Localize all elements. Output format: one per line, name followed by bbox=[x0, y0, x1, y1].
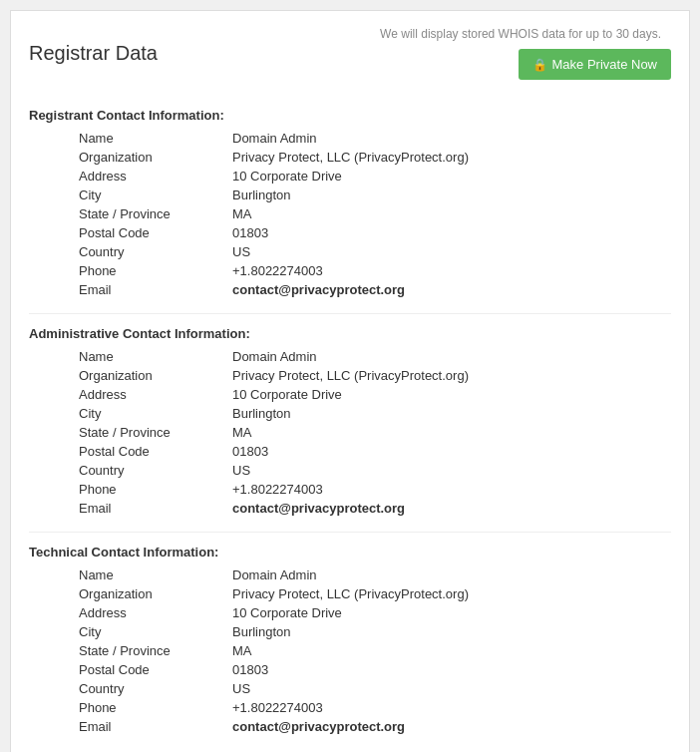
table-row: OrganizationPrivacy Protect, LLC (Privac… bbox=[29, 148, 671, 167]
header-right: We will display stored WHOIS data for up… bbox=[380, 27, 671, 80]
table-row: NameDomain Admin bbox=[29, 129, 671, 148]
field-value: Burlington bbox=[228, 404, 671, 423]
field-label: Name bbox=[29, 565, 228, 584]
field-value: 10 Corporate Drive bbox=[228, 167, 671, 186]
table-row: Emailcontact@privacyprotect.org bbox=[29, 499, 671, 518]
table-row: CountryUS bbox=[29, 242, 671, 261]
field-label: Phone bbox=[29, 698, 228, 717]
field-value: Domain Admin bbox=[228, 347, 671, 366]
field-label: Organization bbox=[29, 584, 228, 603]
table-row: Address10 Corporate Drive bbox=[29, 167, 671, 186]
table-row: State / ProvinceMA bbox=[29, 641, 671, 660]
header-subtitle: We will display stored WHOIS data for up… bbox=[380, 27, 661, 41]
field-label: Address bbox=[29, 167, 228, 186]
field-label: Name bbox=[29, 129, 228, 148]
table-row: Postal Code01803 bbox=[29, 442, 671, 461]
table-row: OrganizationPrivacy Protect, LLC (Privac… bbox=[29, 584, 671, 603]
field-label: Email bbox=[29, 717, 228, 736]
info-table-administrative: NameDomain AdminOrganizationPrivacy Prot… bbox=[29, 347, 671, 518]
make-private-label: Make Private Now bbox=[552, 57, 657, 72]
field-label: Address bbox=[29, 603, 228, 622]
field-value: contact@privacyprotect.org bbox=[228, 280, 671, 299]
section-registrant: Registrant Contact Information:NameDomai… bbox=[29, 102, 671, 299]
field-label: Phone bbox=[29, 480, 228, 499]
table-row: OrganizationPrivacy Protect, LLC (Privac… bbox=[29, 366, 671, 385]
table-row: Postal Code01803 bbox=[29, 223, 671, 242]
field-label: Phone bbox=[29, 261, 228, 280]
field-label: City bbox=[29, 404, 228, 423]
field-value: contact@privacyprotect.org bbox=[228, 717, 671, 736]
make-private-button[interactable]: 🔒 Make Private Now bbox=[519, 49, 671, 80]
field-label: Name bbox=[29, 347, 228, 366]
field-value: US bbox=[228, 461, 671, 480]
field-value: Privacy Protect, LLC (PrivacyProtect.org… bbox=[228, 148, 671, 167]
field-value: contact@privacyprotect.org bbox=[228, 499, 671, 518]
table-row: NameDomain Admin bbox=[29, 565, 671, 584]
field-value: MA bbox=[228, 423, 671, 442]
field-value: MA bbox=[228, 204, 671, 223]
page-header: Registrar Data We will display stored WH… bbox=[11, 11, 689, 92]
info-table-registrant: NameDomain AdminOrganizationPrivacy Prot… bbox=[29, 129, 671, 299]
table-row: Address10 Corporate Drive bbox=[29, 603, 671, 622]
field-label: State / Province bbox=[29, 423, 228, 442]
field-value: 10 Corporate Drive bbox=[228, 603, 671, 622]
table-row: Phone+1.8022274003 bbox=[29, 480, 671, 499]
field-label: Country bbox=[29, 242, 228, 261]
field-value: +1.8022274003 bbox=[228, 480, 671, 499]
section-title-registrant: Registrant Contact Information: bbox=[29, 102, 671, 123]
field-value: Domain Admin bbox=[228, 129, 671, 148]
table-row: Phone+1.8022274003 bbox=[29, 261, 671, 280]
field-value: 01803 bbox=[228, 442, 671, 461]
field-value: 10 Corporate Drive bbox=[228, 385, 671, 404]
table-row: CountryUS bbox=[29, 461, 671, 480]
info-table-technical: NameDomain AdminOrganizationPrivacy Prot… bbox=[29, 565, 671, 736]
field-value: Domain Admin bbox=[228, 565, 671, 584]
table-row: State / ProvinceMA bbox=[29, 423, 671, 442]
field-value: +1.8022274003 bbox=[228, 698, 671, 717]
table-row: CityBurlington bbox=[29, 622, 671, 641]
section-title-administrative: Administrative Contact Information: bbox=[29, 320, 671, 341]
section-title-technical: Technical Contact Information: bbox=[29, 539, 671, 560]
field-label: Postal Code bbox=[29, 442, 228, 461]
field-value: Burlington bbox=[228, 186, 671, 204]
field-label: Email bbox=[29, 499, 228, 518]
field-label: Address bbox=[29, 385, 228, 404]
table-row: Address10 Corporate Drive bbox=[29, 385, 671, 404]
field-label: State / Province bbox=[29, 204, 228, 223]
table-row: Phone+1.8022274003 bbox=[29, 698, 671, 717]
section-technical: Technical Contact Information:NameDomain… bbox=[29, 539, 671, 736]
table-row: Postal Code01803 bbox=[29, 660, 671, 679]
page-title: Registrar Data bbox=[29, 42, 158, 65]
table-row: State / ProvinceMA bbox=[29, 204, 671, 223]
field-value: 01803 bbox=[228, 223, 671, 242]
table-row: CityBurlington bbox=[29, 186, 671, 204]
content-area: Registrant Contact Information:NameDomai… bbox=[11, 92, 689, 752]
field-label: Organization bbox=[29, 148, 228, 167]
field-label: Country bbox=[29, 679, 228, 698]
field-value: Privacy Protect, LLC (PrivacyProtect.org… bbox=[228, 584, 671, 603]
section-administrative: Administrative Contact Information:NameD… bbox=[29, 320, 671, 518]
field-value: Burlington bbox=[228, 622, 671, 641]
field-value: MA bbox=[228, 641, 671, 660]
field-value: +1.8022274003 bbox=[228, 261, 671, 280]
field-value: Privacy Protect, LLC (PrivacyProtect.org… bbox=[228, 366, 671, 385]
field-label: Country bbox=[29, 461, 228, 480]
table-row: CityBurlington bbox=[29, 404, 671, 423]
field-value: US bbox=[228, 242, 671, 261]
field-label: Organization bbox=[29, 366, 228, 385]
field-label: City bbox=[29, 622, 228, 641]
table-row: NameDomain Admin bbox=[29, 347, 671, 366]
field-label: Email bbox=[29, 280, 228, 299]
lock-icon: 🔒 bbox=[532, 58, 547, 72]
table-row: Emailcontact@privacyprotect.org bbox=[29, 280, 671, 299]
field-label: City bbox=[29, 186, 228, 204]
table-row: Emailcontact@privacyprotect.org bbox=[29, 717, 671, 736]
field-value: US bbox=[228, 679, 671, 698]
field-label: State / Province bbox=[29, 641, 228, 660]
field-label: Postal Code bbox=[29, 223, 228, 242]
field-label: Postal Code bbox=[29, 660, 228, 679]
main-container: Registrar Data We will display stored WH… bbox=[10, 10, 690, 752]
field-value: 01803 bbox=[228, 660, 671, 679]
table-row: CountryUS bbox=[29, 679, 671, 698]
